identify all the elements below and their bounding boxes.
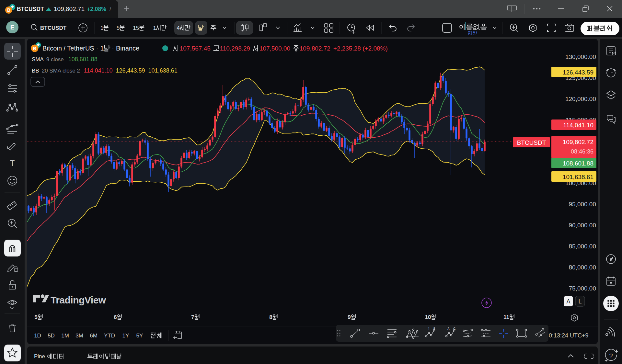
svg-text:1: 1 — [153, 25, 156, 31]
svg-text:109,802.71: 109,802.71 — [54, 6, 85, 12]
svg-text:5D: 5D — [48, 333, 55, 339]
svg-text:B: B — [7, 7, 10, 13]
svg-text:A: A — [447, 327, 450, 331]
svg-text:5Y: 5Y — [136, 333, 143, 339]
svg-text:108,601.88: 108,601.88 — [68, 56, 98, 63]
svg-text:114,041.10: 114,041.10 — [563, 122, 593, 129]
svg-text:126,443.59: 126,443.59 — [563, 69, 593, 76]
svg-text:8: 8 — [269, 314, 272, 320]
svg-text:5: 5 — [433, 327, 435, 331]
svg-text:+2,235.28 (+2.08%): +2,235.28 (+2.08%) — [333, 45, 388, 52]
svg-text:109,802.72: 109,802.72 — [300, 45, 330, 52]
svg-text:/: / — [109, 6, 111, 12]
svg-text:3M: 3M — [75, 333, 83, 339]
svg-text:90,000.00: 90,000.00 — [569, 222, 596, 229]
svg-text:110,298.29: 110,298.29 — [220, 45, 250, 52]
svg-text:1Y: 1Y — [122, 333, 129, 339]
svg-text:85,000.00: 85,000.00 — [569, 243, 596, 250]
svg-text:120,000.00: 120,000.00 — [565, 96, 596, 102]
svg-text:Binance: Binance — [116, 45, 139, 52]
svg-text:L: L — [578, 298, 582, 305]
svg-text:9: 9 — [348, 314, 351, 320]
svg-text:BTCUSDT: BTCUSDT — [517, 139, 546, 146]
svg-text:80,000.00: 80,000.00 — [569, 264, 596, 271]
svg-text:107,500.00: 107,500.00 — [259, 45, 290, 52]
svg-text:95,000.00: 95,000.00 — [569, 201, 596, 208]
svg-text:A: A — [566, 298, 570, 305]
svg-text:B: B — [33, 46, 37, 51]
svg-text:75,000.00: 75,000.00 — [569, 285, 596, 292]
svg-text:130,000.00: 130,000.00 — [565, 53, 596, 60]
svg-text:·: · — [96, 45, 98, 52]
svg-text:126,443.59: 126,443.59 — [116, 67, 145, 74]
svg-text:9 close: 9 close — [46, 56, 64, 63]
svg-text:0:13:24 UTC+9: 0:13:24 UTC+9 — [549, 332, 589, 339]
svg-text:1: 1 — [428, 327, 430, 331]
svg-text:1M: 1M — [61, 333, 69, 339]
svg-text:107,567.45: 107,567.45 — [180, 45, 211, 52]
svg-text:TradingView: TradingView — [51, 295, 106, 305]
svg-text:101,638.61: 101,638.61 — [148, 67, 178, 74]
svg-text:10: 10 — [425, 314, 431, 320]
svg-text:6: 6 — [114, 314, 117, 320]
svg-text:5: 5 — [117, 25, 120, 31]
svg-text:?: ? — [609, 352, 613, 359]
svg-text:·: · — [112, 45, 114, 52]
svg-text:114,041.10: 114,041.10 — [84, 67, 113, 74]
svg-text:BB: BB — [32, 68, 39, 74]
svg-text:1D: 1D — [34, 333, 41, 339]
svg-text:YTD: YTD — [104, 333, 115, 339]
svg-text:11: 11 — [503, 314, 509, 320]
svg-text:15: 15 — [133, 25, 139, 31]
svg-text:6M: 6M — [90, 333, 98, 339]
svg-text:Bitcoin / TetherUS: Bitcoin / TetherUS — [42, 45, 94, 52]
svg-text:1: 1 — [100, 45, 104, 52]
svg-text:T: T — [10, 159, 15, 167]
svg-text:5: 5 — [34, 314, 37, 320]
svg-text:Pine: Pine — [34, 353, 45, 359]
svg-text:C: C — [453, 327, 455, 331]
svg-text:108,601.88: 108,601.88 — [563, 160, 593, 167]
svg-text:E: E — [10, 24, 15, 31]
svg-text:BTCUSDT: BTCUSDT — [40, 25, 67, 31]
svg-text:1: 1 — [100, 25, 103, 31]
svg-text:101,638.61: 101,638.61 — [563, 174, 593, 180]
svg-text:BTCUSDT: BTCUSDT — [17, 6, 44, 12]
svg-text:+2.08%: +2.08% — [87, 6, 106, 12]
svg-text:109,802.72: 109,802.72 — [563, 139, 593, 145]
svg-text:20 SMA close 2: 20 SMA close 2 — [42, 68, 80, 74]
svg-text:7: 7 — [191, 314, 194, 320]
svg-text:08:46:36: 08:46:36 — [571, 148, 593, 155]
svg-text:SMA: SMA — [32, 56, 44, 63]
svg-text:4: 4 — [177, 25, 180, 31]
